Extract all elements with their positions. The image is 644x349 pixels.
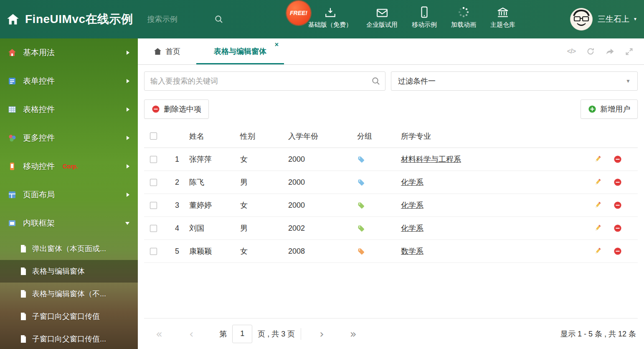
major-link[interactable]: 化学系 [401, 178, 423, 186]
file-icon [20, 335, 27, 343]
nav-enterprise-trial[interactable]: 企业版试用 [366, 5, 398, 29]
cell-gender: 女 [240, 200, 288, 210]
tab-grid-edit-window[interactable]: 表格与编辑窗体 × [196, 38, 284, 64]
nav-loading-animation[interactable]: 加载动画 [451, 5, 476, 29]
prev-page-icon[interactable]: ‹ [189, 329, 193, 339]
delete-icon[interactable] [614, 201, 622, 209]
chevron-right-icon [127, 193, 129, 197]
fullscreen-icon[interactable] [625, 48, 633, 56]
row-checkbox[interactable] [150, 248, 157, 255]
file-icon [20, 312, 27, 321]
edit-icon[interactable] [593, 155, 602, 163]
last-page-icon[interactable]: » [350, 329, 357, 339]
row-number: 2 [165, 178, 189, 187]
nav-label: 加载动画 [451, 21, 476, 29]
major-link[interactable]: 化学系 [401, 224, 423, 232]
user-name: 三生石上 [598, 14, 629, 25]
sub-item-popup-window[interactable]: 弹出窗体（本页面或... [0, 237, 138, 260]
major-link[interactable]: 材料科学与工程系 [401, 155, 461, 163]
sidebar-item-page-layout[interactable]: 页面布局 [0, 181, 138, 209]
cell-gender: 女 [240, 154, 288, 164]
delete-selected-button[interactable]: 删除选中项 [144, 99, 209, 119]
col-header-year: 入学年份 [288, 131, 357, 141]
page-number-input[interactable] [232, 325, 252, 343]
row-checkbox[interactable] [150, 202, 157, 209]
major-link[interactable]: 数学系 [401, 247, 423, 255]
edit-icon[interactable] [593, 247, 602, 255]
select-all-checkbox[interactable] [150, 132, 157, 140]
tab-home[interactable]: 首页 [150, 38, 184, 64]
add-user-button[interactable]: 新增用户 [581, 99, 638, 119]
edit-icon[interactable] [593, 178, 602, 186]
header-search-icon[interactable] [214, 15, 223, 24]
nav-label: 移动示例 [412, 21, 437, 29]
chevron-right-icon [127, 164, 129, 168]
delete-icon[interactable] [614, 224, 622, 232]
sub-item-child-to-parent-2[interactable]: 子窗口向父窗口传值... [0, 328, 138, 349]
search-icon[interactable] [371, 76, 380, 86]
mail-icon [376, 5, 388, 18]
bank-icon [497, 5, 509, 18]
delete-icon[interactable] [614, 178, 622, 186]
sidebar-item-grid-controls[interactable]: 表格控件 [0, 95, 138, 124]
delete-selected-label: 删除选中项 [164, 104, 201, 114]
cell-gender: 女 [240, 246, 288, 256]
tag-icon [357, 224, 365, 232]
sub-item-grid-edit-window-2[interactable]: 表格与编辑窗体（不... [0, 283, 138, 305]
sidebar-item-form-controls[interactable]: 表单控件 [0, 67, 138, 95]
col-header-gender: 性别 [240, 131, 288, 141]
row-checkbox[interactable] [150, 179, 157, 186]
chevron-right-icon [127, 136, 129, 140]
sidebar-item-label: 内联框架 [23, 218, 55, 229]
grid-toolbar: 删除选中项 新增用户 [138, 95, 644, 125]
tag-icon [357, 178, 365, 186]
chevron-down-icon [125, 222, 129, 225]
open-new-window-icon[interactable] [606, 48, 614, 55]
col-header-group: 分组 [357, 131, 401, 141]
sidebar-item-iframe[interactable]: 内联框架 [0, 209, 138, 237]
sidebar-item-mobile-controls[interactable]: 移动控件 Corp. [0, 152, 138, 181]
header-search-input[interactable] [147, 15, 214, 24]
home-square-icon [8, 48, 17, 57]
sidebar-submenu: 弹出窗体（本页面或... 表格与编辑窗体 表格与编辑窗体（不... 子窗口向父窗… [0, 237, 138, 349]
file-icon [20, 290, 27, 298]
header-nav: 基础版（免费） 企业版试用 移动示例 [308, 5, 515, 29]
next-page-icon[interactable]: › [319, 329, 324, 339]
major-link[interactable]: 化学系 [401, 201, 423, 209]
cell-year: 2000 [288, 178, 357, 187]
layout-icon [8, 190, 17, 199]
sidebar-item-more-controls[interactable]: 更多控件 [0, 124, 138, 152]
nav-theme-repo[interactable]: 主题仓库 [490, 5, 515, 29]
edit-icon[interactable] [593, 224, 602, 232]
tag-icon [357, 247, 365, 255]
sub-item-child-to-parent[interactable]: 子窗口向父窗口传值 [0, 305, 138, 328]
delete-icon[interactable] [614, 247, 622, 255]
keyword-search-input[interactable] [144, 71, 385, 91]
filter-dropdown-value: 过滤条件一 [398, 76, 436, 86]
add-user-label: 新增用户 [600, 104, 630, 114]
chevron-right-icon [127, 79, 129, 83]
user-menu[interactable]: 三生石上 ▼ [570, 8, 637, 31]
home-icon[interactable] [7, 13, 19, 25]
row-number: 5 [165, 247, 189, 256]
source-code-icon[interactable]: </> [567, 48, 576, 55]
nav-mobile-demo[interactable]: 移动示例 [412, 5, 437, 29]
first-page-icon[interactable]: « [156, 329, 162, 339]
row-checkbox[interactable] [150, 156, 157, 163]
sidebar-item-basic-usage[interactable]: 基本用法 [0, 38, 138, 67]
delete-icon[interactable] [614, 155, 622, 163]
corp-badge: Corp. [63, 163, 78, 170]
file-icon [20, 267, 27, 275]
row-checkbox[interactable] [150, 225, 157, 232]
filter-dropdown[interactable]: 过滤条件一 ▼ [391, 71, 638, 91]
col-header-name: 姓名 [189, 131, 240, 141]
table-row: 5 康颖颖 女 2008 数学系 [144, 240, 638, 263]
tab-close-icon[interactable]: × [275, 41, 279, 48]
sub-item-grid-edit-window[interactable]: 表格与编辑窗体 [0, 260, 138, 283]
sidebar-item-label: 移动控件 [23, 161, 55, 172]
edit-icon[interactable] [593, 201, 602, 209]
minus-circle-icon [152, 105, 160, 113]
nav-basic-free[interactable]: 基础版（免费） [308, 5, 352, 29]
cell-gender: 男 [240, 177, 288, 187]
refresh-icon[interactable] [586, 47, 595, 56]
